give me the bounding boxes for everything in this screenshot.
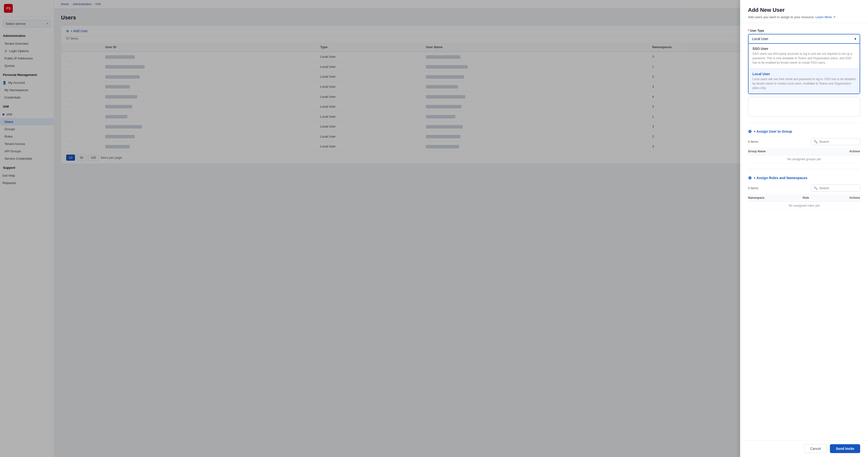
dropdown-item-sso[interactable]: SSO User SSO users use third-party accou… xyxy=(748,43,860,68)
roles-items-count: 0 items xyxy=(748,186,758,190)
sso-user-desc: SSO users use third-party accounts to lo… xyxy=(752,52,856,65)
group-row-header: 0 items 🔍 xyxy=(748,138,860,145)
roles-row-header: 0 items 🔍 xyxy=(748,185,860,192)
group-no-data-msg: No assigned groups yet xyxy=(748,155,860,163)
add-user-panel: Add New User Add users you want to assig… xyxy=(740,0,868,457)
roles-search-icon: 🔍 xyxy=(814,186,817,190)
group-no-data-row: No assigned groups yet xyxy=(748,155,860,163)
user-type-chevron-icon: ▾ xyxy=(855,37,856,41)
local-user-desc: Local users will use their email and pas… xyxy=(752,77,856,90)
roles-no-data-row: No assigned roles yet xyxy=(748,202,860,209)
panel-subtitle: Add users you want to assign to your res… xyxy=(748,15,860,19)
roles-col-role: Role xyxy=(803,194,824,202)
dropdown-item-local[interactable]: Local User Local users will use their em… xyxy=(748,69,860,94)
group-items-count: 0 items xyxy=(748,140,758,143)
user-type-label: * User Type xyxy=(748,29,860,32)
learn-more-link[interactable]: Learn More ↗ xyxy=(816,15,836,19)
user-type-dropdown: SSO User SSO users use third-party accou… xyxy=(748,43,860,94)
group-search-box[interactable]: 🔍 xyxy=(811,138,860,145)
panel-subtitle-text: Add users you want to assign to your res… xyxy=(748,15,816,19)
user-type-selected-value: Local User xyxy=(752,37,768,41)
email-input-area[interactable] xyxy=(748,97,860,117)
local-user-title: Local User xyxy=(752,72,856,76)
modal-overlay[interactable] xyxy=(0,0,868,457)
send-invite-button[interactable]: Send Invite xyxy=(830,444,860,453)
group-table: Group Name Actions No assigned groups ye… xyxy=(748,148,860,163)
roles-col-actions: Actions xyxy=(824,194,860,202)
roles-search-input[interactable] xyxy=(819,186,858,190)
panel-footer: Cancel Send Invite xyxy=(740,440,868,457)
panel-body: * User Type Local User ▾ SSO User SSO us… xyxy=(740,23,868,440)
required-star: * xyxy=(748,29,750,32)
panel-header: Add New User Add users you want to assig… xyxy=(740,0,868,23)
section-divider-2 xyxy=(748,169,860,169)
assign-group-label: + Assign User to Group xyxy=(754,129,792,133)
assign-group-action[interactable]: ⊕ + Assign User to Group xyxy=(748,129,860,134)
assign-group-plus-icon: ⊕ xyxy=(748,129,752,134)
user-type-select[interactable]: Local User ▾ xyxy=(748,34,860,44)
group-col-name: Group Name xyxy=(748,148,817,155)
sso-user-title: SSO User xyxy=(752,47,856,51)
group-search-input[interactable] xyxy=(819,140,858,143)
roles-search-box[interactable]: 🔍 xyxy=(811,185,860,192)
section-divider-1 xyxy=(748,123,860,123)
group-col-actions: Actions xyxy=(817,148,860,155)
assign-roles-label: + Assign Roles and Namespaces xyxy=(754,176,807,180)
group-search-icon: 🔍 xyxy=(814,140,817,143)
roles-col-namespace: Namespace xyxy=(748,194,803,202)
panel-title: Add New User xyxy=(748,7,860,13)
assign-roles-plus-icon: ⊕ xyxy=(748,175,752,181)
roles-table: Namespace Role Actions No assigned roles… xyxy=(748,194,860,209)
assign-roles-action[interactable]: ⊕ + Assign Roles and Namespaces xyxy=(748,175,860,181)
roles-no-data-msg: No assigned roles yet xyxy=(748,202,860,209)
cancel-button[interactable]: Cancel xyxy=(804,444,827,453)
